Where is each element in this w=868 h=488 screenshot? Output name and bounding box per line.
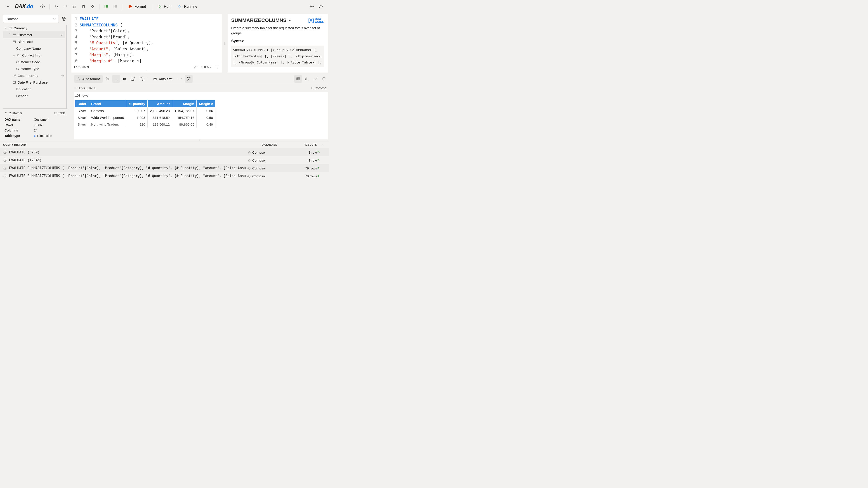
doc-syntax-heading: Syntax bbox=[231, 39, 324, 43]
horizontal-resize-handle[interactable]: ⋮ bbox=[223, 14, 227, 72]
wrap-text-icon[interactable]: AB⤶ bbox=[185, 75, 193, 83]
doc-function-title[interactable]: SUMMARIZECOLUMNS bbox=[231, 18, 291, 23]
props-header[interactable]: ⌃Customer Table bbox=[4, 110, 66, 116]
editor-doc-row: 1EVALUATE 2SUMMARIZECOLUMNS ( 3 'Product… bbox=[70, 13, 329, 72]
table-row[interactable]: SilverWide World Importers1,093311,618.5… bbox=[75, 114, 215, 121]
main-toolbar: DAX.do Format Run Run line bbox=[0, 0, 329, 13]
erase-icon[interactable] bbox=[88, 2, 96, 11]
history-row[interactable]: EVALUATE {12345}Contoso1 row bbox=[0, 156, 329, 164]
model-diagram-icon[interactable] bbox=[61, 15, 67, 23]
tree-label: Company Name bbox=[16, 46, 41, 51]
cloud-sync-icon[interactable] bbox=[38, 2, 46, 11]
content-area: Contoso ⌄ Currency ⌃ Customer ··· Birth … bbox=[0, 13, 329, 141]
wrap-icon[interactable] bbox=[215, 65, 219, 69]
history-run-icon[interactable] bbox=[317, 151, 326, 154]
redo-icon[interactable] bbox=[61, 2, 69, 11]
line-chart-icon[interactable] bbox=[311, 75, 319, 83]
chevron-up-icon: ⌃ bbox=[4, 111, 7, 115]
auto-format-button[interactable]: Auto format bbox=[74, 75, 103, 83]
run-button[interactable]: Run bbox=[155, 2, 174, 11]
table-row[interactable]: SilverContoso10,8072,138,496.281,194,186… bbox=[75, 107, 215, 114]
history-run-icon[interactable] bbox=[317, 174, 326, 177]
table-view-icon[interactable] bbox=[294, 75, 302, 83]
column-header[interactable]: Amount bbox=[148, 100, 172, 107]
tree-label: Customer Code bbox=[16, 60, 40, 64]
copy-icon[interactable] bbox=[70, 2, 79, 11]
tree-table-currency[interactable]: ⌄ Currency bbox=[3, 25, 65, 31]
thousands-icon[interactable]: 1K bbox=[121, 75, 128, 83]
tree-column[interactable]: Birth Date bbox=[3, 38, 65, 45]
tree-column[interactable]: Customer Code bbox=[3, 59, 65, 65]
svg-rect-0 bbox=[74, 6, 76, 8]
column-header[interactable]: Brand bbox=[89, 100, 126, 107]
history-row[interactable]: EVALUATE SUMMARIZECOLUMNS ( 'Product'[Co… bbox=[0, 164, 329, 172]
decrease-decimals-icon[interactable]: ←0.00 bbox=[129, 75, 137, 83]
column-header[interactable]: Margin # bbox=[197, 100, 215, 107]
cursor-position: Ln 2, Col 9 bbox=[74, 65, 89, 69]
auto-size-button[interactable]: Auto size bbox=[150, 75, 176, 83]
percent-icon[interactable]: % bbox=[103, 75, 111, 83]
format-button[interactable]: Format bbox=[125, 2, 149, 11]
editor-area: 1EVALUATE 2SUMMARIZECOLUMNS ( 3 'Product… bbox=[70, 13, 329, 141]
tree-folder[interactable]: ⌄ Contact Info bbox=[3, 52, 65, 59]
history-icon bbox=[3, 166, 7, 170]
history-header: QUERY HISTORY DATABASE RESULTS ··· bbox=[0, 141, 329, 148]
sliders-icon[interactable] bbox=[317, 2, 325, 11]
column-header[interactable]: Margin bbox=[172, 100, 197, 107]
column-header[interactable]: Color bbox=[75, 100, 89, 107]
history-icon bbox=[3, 158, 7, 162]
paste-icon[interactable] bbox=[79, 2, 88, 11]
run-line-button[interactable]: Run line bbox=[175, 2, 200, 11]
result-db: Contoso bbox=[311, 86, 327, 90]
history-run-icon[interactable] bbox=[317, 166, 326, 170]
erase-icon[interactable] bbox=[194, 65, 197, 69]
evaluate-label: EVALUATE bbox=[79, 86, 96, 90]
history-db: Contoso bbox=[248, 166, 291, 170]
zoom-dropdown[interactable]: 100% bbox=[201, 65, 212, 69]
comment-lines-icon[interactable] bbox=[102, 2, 110, 11]
history-row[interactable]: EVALUATE {6789}Contoso1 row bbox=[0, 148, 329, 156]
relationship-icon: ∞ bbox=[61, 74, 64, 77]
vertical-resize-handle[interactable]: ⠿ bbox=[70, 139, 329, 141]
more-icon[interactable]: ··· bbox=[317, 143, 326, 147]
tree-label: Customer Type bbox=[16, 67, 39, 71]
svg-point-20 bbox=[249, 175, 250, 176]
tree-column[interactable]: Date First Purchase bbox=[3, 79, 65, 86]
doc-panel: SUMMARIZECOLUMNS [≡] DAX GUIDE Create a … bbox=[228, 14, 328, 72]
more-icon[interactable]: ··· bbox=[59, 33, 64, 37]
svg-point-19 bbox=[249, 167, 250, 168]
tree-column[interactable]: 1₂3 CustomerKey ∞ bbox=[3, 72, 65, 79]
svg-rect-13 bbox=[154, 78, 156, 80]
tree-column[interactable]: Gender bbox=[3, 92, 65, 99]
settings-gear-icon[interactable] bbox=[308, 2, 316, 11]
column-header[interactable]: # Quantity bbox=[126, 100, 147, 107]
comma-icon[interactable]: , bbox=[112, 75, 120, 83]
tree-column[interactable]: Company Name bbox=[3, 45, 65, 52]
increase-decimals-icon[interactable]: .00→0 bbox=[138, 75, 146, 83]
history-icon bbox=[3, 174, 7, 178]
menu-chevron-icon[interactable] bbox=[4, 2, 12, 11]
table-row[interactable]: SilverNorthwind Traders220182,569.1289,8… bbox=[75, 121, 215, 128]
tree-label: Gender bbox=[16, 94, 28, 98]
fit-width-icon[interactable] bbox=[176, 75, 184, 83]
dax-guide-link[interactable]: [≡] DAX GUIDE bbox=[308, 18, 324, 23]
evaluate-bar[interactable]: ⌃EVALUATE Contoso bbox=[74, 84, 328, 92]
row-count: 108 rows bbox=[74, 92, 328, 99]
doc-syntax: SUMMARIZECOLUMNS ( [<GroupBy_ColumnName>… bbox=[231, 46, 324, 67]
model-dropdown[interactable]: Contoso bbox=[3, 15, 59, 23]
tree-column[interactable]: Education bbox=[3, 86, 65, 92]
code-editor[interactable]: 1EVALUATE 2SUMMARIZECOLUMNS ( 3 'Product… bbox=[71, 14, 222, 72]
vertical-resize-handle[interactable]: ⠿ bbox=[71, 71, 222, 72]
app-logo: DAX.do bbox=[15, 3, 33, 9]
uncomment-lines-icon[interactable] bbox=[111, 2, 119, 11]
svg-rect-11 bbox=[13, 81, 16, 84]
bar-chart-icon[interactable] bbox=[303, 75, 311, 83]
history-row[interactable]: EVALUATE SUMMARIZECOLUMNS ( 'Product'[Co… bbox=[0, 172, 329, 180]
tree-table-customer[interactable]: ⌃ Customer ··· bbox=[3, 31, 65, 38]
pie-chart-icon[interactable] bbox=[320, 75, 328, 83]
tree-label: Birth Date bbox=[18, 40, 33, 43]
tree-column[interactable]: Customer Type bbox=[3, 65, 65, 72]
history-run-icon[interactable] bbox=[317, 159, 326, 162]
history-query: EVALUATE SUMMARIZECOLUMNS ( 'Product'[Co… bbox=[9, 174, 248, 178]
undo-icon[interactable] bbox=[52, 2, 60, 11]
